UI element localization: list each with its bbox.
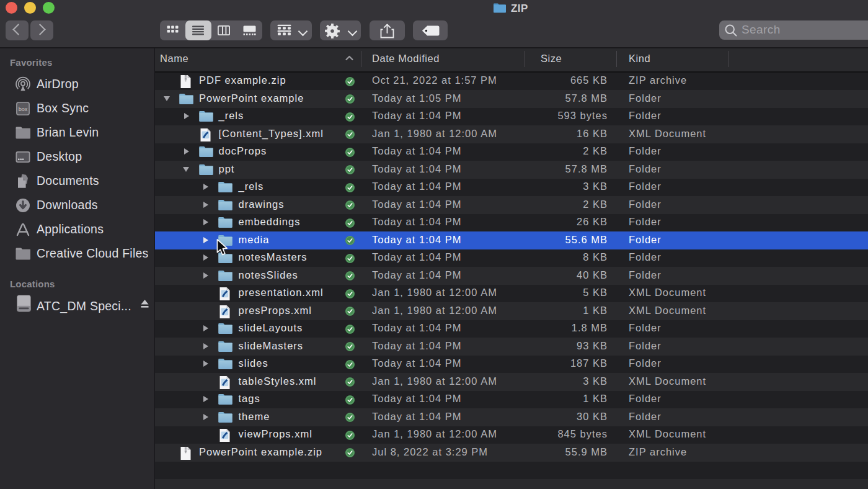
svg-text:box: box — [19, 106, 28, 112]
